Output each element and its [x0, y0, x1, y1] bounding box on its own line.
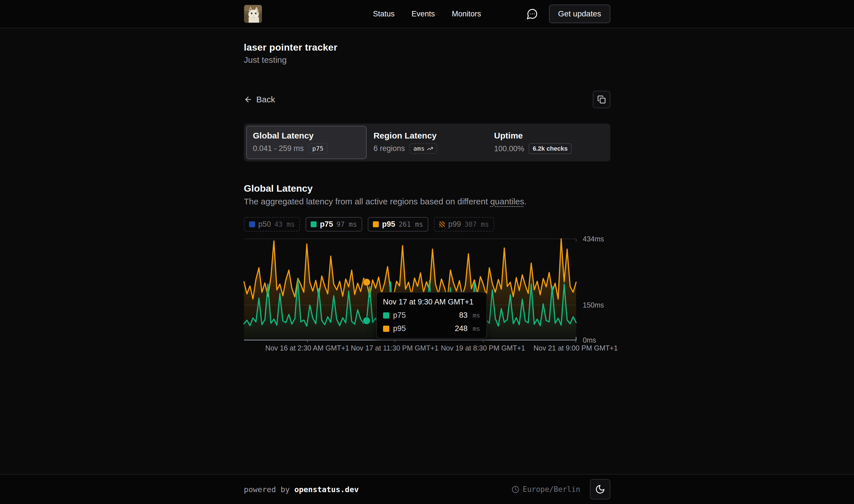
legend-label: p50 [258, 220, 271, 229]
top-nav: Status Events Monitors Get updates [0, 0, 854, 28]
tab-title: Region Latency [374, 131, 480, 141]
tab-region-latency[interactable]: Region Latency 6 regions ams [367, 126, 487, 159]
p75-swatch [311, 221, 316, 227]
timezone-label: Europe/Berlin [523, 485, 580, 493]
tooltip-unit: ms [473, 312, 480, 319]
latency-chart: Nov 16 at 2:30 AM GMT+1Nov 17 at 11:30 P… [244, 236, 610, 340]
powered-by: powered by openstatus.dev [244, 485, 359, 494]
y-axis-tick-label: 150ms [583, 301, 604, 309]
timezone-display: Europe/Berlin [512, 485, 580, 493]
legend-value: 261 ms [399, 220, 423, 229]
tab-value: 0.041 - 259 ms [253, 144, 304, 153]
tooltip-value: 83 [459, 311, 468, 320]
nav-link-status[interactable]: Status [373, 10, 395, 18]
region-badge-label: ams [413, 145, 424, 152]
quantiles-link[interactable]: quantiles [490, 197, 524, 206]
x-axis-tick-label: Nov 19 at 8:30 PM GMT+1 [441, 344, 525, 352]
p95-swatch [373, 221, 379, 227]
description-period: . [524, 197, 526, 206]
p99-swatch [439, 221, 445, 227]
description-text: The aggregated latency from all active r… [244, 197, 490, 206]
copy-icon [597, 95, 606, 104]
tab-value: 100.00% [494, 144, 524, 153]
tooltip-series-label: p75 [393, 311, 406, 320]
trending-up-icon [427, 146, 433, 152]
openstatus-link[interactable]: openstatus.dev [294, 485, 359, 494]
legend-item-p50[interactable]: p5043 ms [244, 217, 300, 232]
arrow-left-icon [244, 95, 252, 104]
nav-links: Status Events Monitors [373, 10, 481, 18]
chart-plot-area[interactable]: Nov 16 at 2:30 AM GMT+1Nov 17 at 11:30 P… [244, 236, 576, 340]
nav-link-monitors[interactable]: Monitors [452, 10, 481, 18]
legend-item-p95[interactable]: p95261 ms [368, 217, 428, 232]
x-axis-tick-label: Nov 21 at 9:00 PM GMT+1 [533, 344, 618, 352]
section-title: Global Latency [244, 183, 610, 194]
powered-prefix: powered by [244, 485, 294, 494]
clock-icon [512, 486, 519, 493]
y-axis-tick-label: 0ms [583, 336, 596, 344]
legend-value: 97 ms [337, 220, 357, 229]
metric-tabbar: Global Latency 0.041 - 259 ms p75 Region… [244, 124, 610, 161]
tooltip-timestamp: Nov 17 at 9:30 AM GMT+1 [383, 298, 480, 306]
nav-link-events[interactable]: Events [412, 10, 435, 18]
chart-legend: p5043 msp7597 msp95261 msp99307 ms [244, 217, 610, 232]
back-button[interactable]: Back [244, 95, 275, 104]
tab-uptime[interactable]: Uptime 100.00% 6.2k checks [487, 126, 608, 159]
x-axis-tick-label: Nov 17 at 11:30 PM GMT+1 [351, 344, 438, 352]
feedback-chat-button[interactable] [526, 8, 538, 20]
section-description: The aggregated latency from all active r… [244, 197, 610, 206]
message-circle-more-icon [526, 8, 538, 20]
p75-swatch [383, 312, 389, 319]
cat-photo [244, 5, 262, 23]
y-axis-labels: 434ms150ms0ms [576, 236, 610, 340]
legend-value: 307 ms [465, 220, 489, 229]
tab-value: 6 regions [374, 144, 405, 153]
tooltip-unit: ms [473, 325, 480, 332]
legend-item-p99[interactable]: p99307 ms [434, 217, 494, 232]
x-axis-tick-label: Nov 16 at 2:30 AM GMT+1 [266, 344, 349, 352]
checks-badge: 6.2k checks [529, 143, 571, 154]
legend-label: p75 [320, 220, 333, 229]
theme-toggle-button[interactable] [590, 479, 610, 500]
legend-value: 43 ms [274, 220, 295, 229]
back-label: Back [256, 95, 275, 104]
tab-title: Global Latency [253, 131, 360, 141]
p95-swatch [383, 326, 389, 332]
page-subtitle: Just testing [244, 55, 610, 65]
get-updates-button[interactable]: Get updates [549, 4, 610, 23]
y-axis-tick-label: 434ms [583, 235, 604, 243]
tooltip-value: 248 [455, 324, 468, 333]
tab-global-latency[interactable]: Global Latency 0.041 - 259 ms p75 [246, 126, 367, 159]
quantile-badge: p75 [308, 143, 328, 154]
moon-icon [595, 484, 605, 494]
x-axis-labels: Nov 16 at 2:30 AM GMT+1Nov 17 at 11:30 P… [244, 344, 576, 355]
chart-tooltip: Nov 17 at 9:30 AM GMT+1 p75 83ms p95 248… [376, 292, 487, 339]
page-title: laser pointer tracker [244, 42, 610, 53]
legend-label: p95 [382, 220, 396, 229]
tab-title: Uptime [494, 131, 601, 141]
copy-link-button[interactable] [593, 91, 610, 108]
tooltip-row-p95: p95 248ms [383, 324, 480, 333]
region-badge: ams [409, 143, 437, 154]
cat-logo-avatar[interactable] [244, 5, 262, 23]
p50-swatch [249, 221, 255, 227]
tooltip-row-p75: p75 83ms [383, 311, 480, 320]
main-content: laser pointer tracker Just testing Back … [0, 28, 854, 474]
page-footer: powered by openstatus.dev Europe/Berlin [0, 474, 854, 504]
legend-item-p75[interactable]: p7597 ms [306, 217, 362, 232]
tooltip-series-label: p95 [393, 324, 406, 333]
legend-label: p99 [448, 220, 461, 229]
